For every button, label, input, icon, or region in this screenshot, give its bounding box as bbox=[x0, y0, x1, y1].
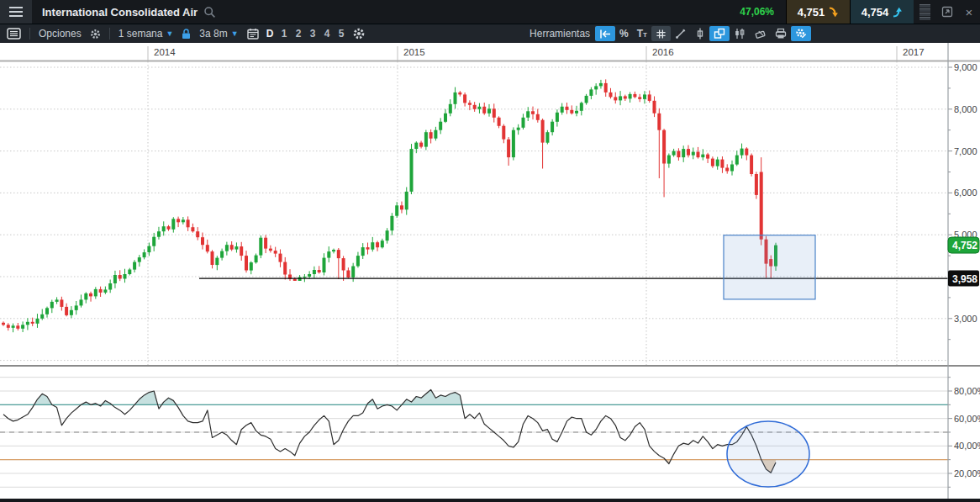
indicator-axis-label: 60,00% bbox=[954, 414, 980, 424]
ellipse-annotation bbox=[727, 421, 809, 487]
timeframe-dropdown[interactable]: 1 semana▼ bbox=[114, 26, 178, 41]
text-tool-button[interactable]: TT bbox=[633, 26, 651, 41]
gear-icon bbox=[353, 28, 365, 40]
price-axis-label: 3,000 bbox=[954, 314, 977, 324]
change-percent: 47,06% bbox=[728, 0, 786, 24]
candlestick-tool-button[interactable] bbox=[691, 26, 709, 41]
toolbar-divider bbox=[29, 28, 30, 40]
tools-group: Herramientas % TT bbox=[530, 26, 977, 41]
highlight-box-annotation bbox=[724, 235, 815, 299]
eraser-icon bbox=[754, 29, 767, 40]
lock-icon[interactable] bbox=[177, 29, 195, 40]
chart-settings-gear-button[interactable] bbox=[349, 26, 369, 41]
calendar-icon bbox=[247, 28, 259, 40]
chevron-down-icon: ▼ bbox=[166, 30, 173, 38]
instrument-title: International Consolidated Air bbox=[32, 0, 203, 24]
pattern-tool-button[interactable] bbox=[730, 26, 750, 41]
percent-tool-button[interactable]: % bbox=[615, 26, 633, 41]
window-bottom-edge bbox=[0, 499, 980, 502]
period-button-group: D12345 bbox=[263, 26, 349, 41]
toolbar-divider bbox=[109, 28, 110, 40]
menu-button[interactable] bbox=[0, 0, 32, 24]
close-icon[interactable]: × bbox=[958, 0, 980, 24]
period-button-2[interactable]: 2 bbox=[292, 26, 306, 41]
period-button-D[interactable]: D bbox=[263, 26, 277, 41]
crosshair-tool-button[interactable] bbox=[651, 26, 671, 41]
chart-area: 9,0008,0007,0006,0005,0004,0003,00020142… bbox=[0, 43, 980, 499]
year-label: 2017 bbox=[903, 47, 925, 57]
candlestick-icon bbox=[695, 28, 705, 40]
back-icon bbox=[599, 29, 611, 40]
buy-button[interactable]: 4,754 bbox=[850, 0, 914, 24]
buy-arrow-up-icon bbox=[893, 7, 903, 18]
print-tool-button[interactable] bbox=[771, 26, 791, 41]
trendline-icon bbox=[675, 28, 687, 40]
back-button[interactable] bbox=[595, 26, 615, 41]
period-button-3[interactable]: 3 bbox=[306, 26, 320, 41]
windows-icon bbox=[714, 28, 725, 40]
chevron-down-icon: ▼ bbox=[231, 30, 239, 38]
gear-pencil-icon bbox=[795, 28, 807, 40]
indicator-axis-label: 40,00% bbox=[954, 441, 980, 451]
indicator-axis-label: 20,00% bbox=[954, 468, 980, 478]
period-button-4[interactable]: 4 bbox=[320, 26, 335, 41]
sell-price: 4,751 bbox=[798, 6, 825, 18]
title-bar: International Consolidated Air 47,06% 4,… bbox=[0, 0, 980, 24]
text-icon: TT bbox=[637, 28, 647, 40]
order-book-icon[interactable] bbox=[919, 3, 930, 20]
price-axis-label: 8,000 bbox=[954, 104, 977, 114]
price-axis-label: 6,000 bbox=[954, 188, 977, 198]
price-axis-label: 9,000 bbox=[954, 62, 977, 72]
support-price-tag-label: 3,958 bbox=[952, 273, 977, 285]
expand-icon[interactable] bbox=[936, 0, 958, 24]
trading-platform-window: International Consolidated Air 47,06% 4,… bbox=[0, 0, 980, 502]
draw-settings-button[interactable] bbox=[791, 26, 811, 41]
current-price-tag-label: 4,752 bbox=[952, 240, 977, 251]
price-chart-canvas[interactable]: 9,0008,0007,0006,0005,0004,0003,00020142… bbox=[0, 43, 980, 499]
year-label: 2015 bbox=[403, 47, 425, 57]
candle-pattern-icon bbox=[734, 28, 746, 40]
year-label: 2016 bbox=[652, 47, 674, 57]
buy-price: 4,754 bbox=[861, 6, 889, 18]
windows-layout-button[interactable] bbox=[709, 26, 730, 41]
percent-icon: % bbox=[619, 28, 629, 40]
trendline-tool-button[interactable] bbox=[671, 26, 691, 41]
tools-label: Herramientas bbox=[530, 28, 590, 40]
range-dropdown[interactable]: 3a 8m▼ bbox=[195, 26, 242, 41]
search-icon[interactable] bbox=[203, 0, 216, 24]
eraser-tool-button[interactable] bbox=[750, 26, 771, 41]
list-view-button[interactable] bbox=[3, 26, 25, 41]
options-gear-button[interactable] bbox=[86, 26, 105, 41]
price-axis-label: 7,000 bbox=[954, 146, 977, 156]
chart-toolbar: Opciones 1 semana▼ 3a 8m▼ D12345 Herrami… bbox=[0, 24, 980, 43]
crosshair-grid-icon bbox=[656, 29, 667, 40]
printer-icon bbox=[775, 28, 787, 40]
options-button[interactable]: Opciones bbox=[34, 26, 86, 41]
sell-arrow-down-icon bbox=[829, 7, 839, 18]
titlebar-spacer bbox=[216, 0, 728, 24]
period-button-5[interactable]: 5 bbox=[335, 26, 349, 41]
indicator-axis-label: 80,00% bbox=[954, 386, 980, 396]
year-label: 2014 bbox=[154, 47, 176, 57]
sell-button[interactable]: 4,751 bbox=[786, 0, 850, 24]
gear-icon bbox=[90, 29, 101, 40]
calendar-button[interactable] bbox=[243, 26, 263, 41]
list-icon bbox=[7, 28, 21, 40]
period-button-1[interactable]: 1 bbox=[277, 26, 292, 41]
